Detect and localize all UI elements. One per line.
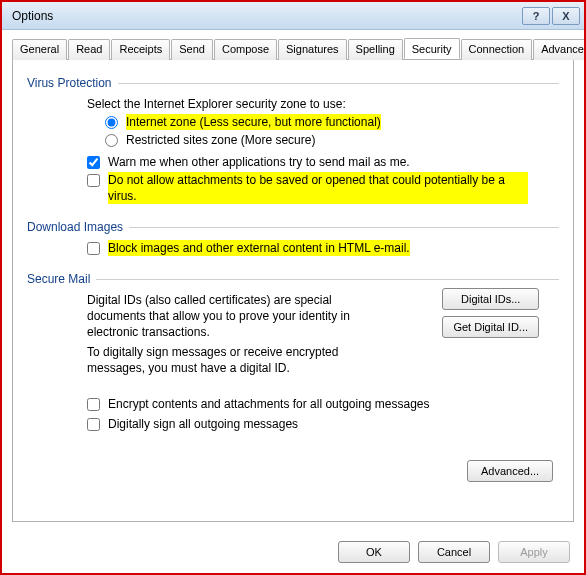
section-secure-label: Secure Mail: [27, 272, 90, 286]
sign-checkbox[interactable]: [87, 418, 100, 431]
virus-body: Select the Internet Explorer security zo…: [27, 90, 559, 214]
encrypt-checkbox[interactable]: [87, 398, 100, 411]
section-virus-label: Virus Protection: [27, 76, 112, 90]
titlebar: Options ? X: [2, 2, 584, 30]
no-attach-checkbox[interactable]: [87, 174, 100, 187]
tab-panel-security: Virus Protection Select the Internet Exp…: [12, 60, 574, 522]
internet-zone-radio[interactable]: [105, 116, 118, 129]
window-title: Options: [12, 9, 520, 23]
tab-security[interactable]: Security: [404, 38, 460, 59]
no-attach-label: Do not allow attachments to be saved or …: [108, 172, 528, 204]
tab-receipts[interactable]: Receipts: [111, 39, 170, 60]
help-button[interactable]: ?: [522, 7, 550, 25]
divider: [96, 279, 559, 280]
warn-checkbox[interactable]: [87, 156, 100, 169]
section-secure: Secure Mail: [27, 272, 559, 286]
content-area: General Read Receipts Send Compose Signa…: [2, 30, 584, 532]
ok-button[interactable]: OK: [338, 541, 410, 563]
digital-ids-button[interactable]: Digital IDs...: [442, 288, 539, 310]
block-images-checkbox[interactable]: [87, 242, 100, 255]
tab-spelling[interactable]: Spelling: [348, 39, 403, 60]
encrypt-label: Encrypt contents and attachments for all…: [108, 396, 430, 412]
divider: [118, 83, 560, 84]
secure-desc2: To digitally sign messages or receive en…: [87, 344, 387, 376]
sign-label: Digitally sign all outgoing messages: [108, 416, 298, 432]
tab-read[interactable]: Read: [68, 39, 110, 60]
section-download: Download Images: [27, 220, 559, 234]
apply-button[interactable]: Apply: [498, 541, 570, 563]
dialog-buttons: OK Cancel Apply: [338, 541, 570, 563]
secure-desc1: Digital IDs (also called certificates) a…: [87, 292, 387, 340]
secure-body: Digital IDs (also called certificates) a…: [27, 286, 559, 442]
tab-advanced[interactable]: Advanced: [533, 39, 586, 60]
get-digital-id-button[interactable]: Get Digital ID...: [442, 316, 539, 338]
restricted-zone-label: Restricted sites zone (More secure): [126, 132, 315, 148]
restricted-zone-radio[interactable]: [105, 134, 118, 147]
cancel-button[interactable]: Cancel: [418, 541, 490, 563]
download-body: Block images and other external content …: [27, 234, 559, 266]
block-images-label: Block images and other external content …: [108, 240, 410, 256]
close-button[interactable]: X: [552, 7, 580, 25]
tabstrip: General Read Receipts Send Compose Signa…: [12, 38, 574, 60]
advanced-button[interactable]: Advanced...: [467, 460, 553, 482]
section-download-label: Download Images: [27, 220, 123, 234]
tab-general[interactable]: General: [12, 39, 67, 60]
zone-desc: Select the Internet Explorer security zo…: [87, 96, 346, 112]
section-virus: Virus Protection: [27, 76, 559, 90]
tab-compose[interactable]: Compose: [214, 39, 277, 60]
tab-connection[interactable]: Connection: [461, 39, 533, 60]
tab-signatures[interactable]: Signatures: [278, 39, 347, 60]
divider: [129, 227, 559, 228]
internet-zone-label: Internet zone (Less secure, but more fun…: [126, 114, 381, 130]
warn-label: Warn me when other applications try to s…: [108, 154, 410, 170]
tab-send[interactable]: Send: [171, 39, 213, 60]
